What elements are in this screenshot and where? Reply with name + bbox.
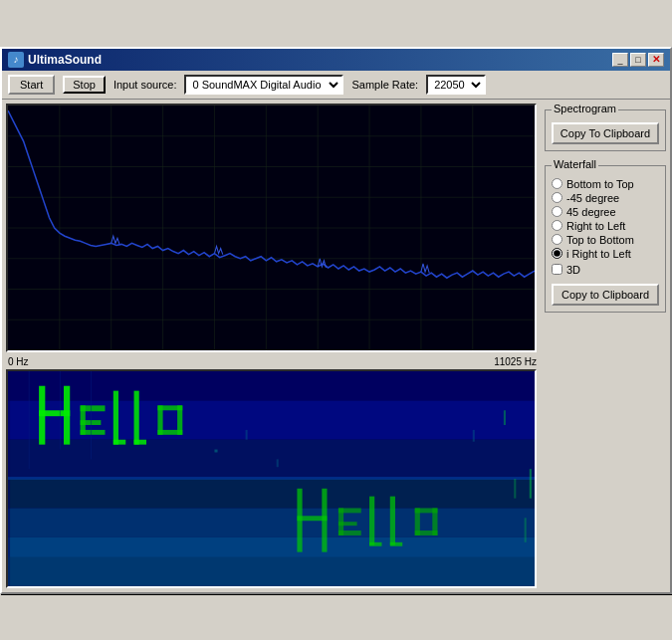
svg-rect-21 xyxy=(8,479,535,508)
svg-rect-50 xyxy=(369,496,374,544)
svg-rect-30 xyxy=(81,429,106,434)
radio-bottom-to-top[interactable]: Bottom to Top xyxy=(552,178,659,190)
start-button[interactable]: Start xyxy=(8,75,55,95)
sample-rate-label: Sample Rate: xyxy=(351,79,418,91)
waterfall-radio-group: Bottom to Top -45 degree 45 degree Right… xyxy=(552,178,659,260)
sample-rate-select[interactable]: 22050 xyxy=(426,75,486,95)
svg-rect-64 xyxy=(504,410,506,425)
svg-rect-45 xyxy=(297,516,327,521)
svg-rect-61 xyxy=(246,429,248,439)
svg-rect-51 xyxy=(369,541,381,545)
radio-top-to-bottom[interactable]: Top to Bottom xyxy=(552,234,659,246)
svg-rect-67 xyxy=(530,469,532,498)
svg-rect-52 xyxy=(390,496,395,544)
svg-rect-62 xyxy=(277,459,279,467)
title-controls: _ □ ✕ xyxy=(612,53,664,67)
svg-rect-26 xyxy=(39,410,70,416)
maximize-button[interactable]: □ xyxy=(630,53,646,67)
svg-rect-20 xyxy=(8,439,535,478)
svg-rect-38 xyxy=(177,405,182,434)
window-title: UltimaSound xyxy=(28,53,102,67)
svg-rect-22 xyxy=(8,508,535,536)
checkbox-3d[interactable]: 3D xyxy=(552,264,659,276)
svg-rect-56 xyxy=(415,508,420,534)
title-bar: ♪ UltimaSound _ □ ✕ xyxy=(2,49,670,71)
svg-rect-32 xyxy=(113,439,125,444)
content-area: 0 Hz 11025 Hz xyxy=(2,100,670,592)
stop-button[interactable]: Stop xyxy=(63,76,106,94)
svg-rect-49 xyxy=(338,531,361,535)
input-source-label: Input source: xyxy=(113,79,177,91)
left-panel: 0 Hz 11025 Hz xyxy=(2,100,541,592)
waterfall-group: Waterfall Bottom to Top -45 degree 45 de… xyxy=(545,165,666,313)
sample-rate-wrapper: 22050 xyxy=(426,75,486,95)
copy-to-clipboard-button[interactable]: Copy To Clipboard xyxy=(552,122,659,144)
input-source-select[interactable]: 0 SoundMAX Digital Audio xyxy=(184,75,343,95)
copy-clipboard-button[interactable]: Copy to Clipboard xyxy=(552,284,659,306)
title-bar-left: ♪ UltimaSound xyxy=(8,52,102,68)
svg-rect-34 xyxy=(134,439,146,444)
svg-rect-31 xyxy=(113,390,118,444)
svg-rect-60 xyxy=(214,449,217,452)
svg-rect-53 xyxy=(390,541,402,545)
minimize-button[interactable]: _ xyxy=(612,53,628,67)
spectrogram-display xyxy=(6,104,537,352)
waterfall-group-label: Waterfall xyxy=(552,158,598,170)
main-window: ♪ UltimaSound _ □ ✕ Start Stop Input sou… xyxy=(0,47,672,594)
svg-rect-40 xyxy=(29,371,30,469)
freq-labels: 0 Hz 11025 Hz xyxy=(2,356,541,369)
svg-rect-37 xyxy=(157,405,162,434)
svg-rect-66 xyxy=(525,518,527,542)
svg-rect-42 xyxy=(91,371,92,459)
radio-right-to-left[interactable]: Right to Left xyxy=(552,220,659,232)
radio-i-right-to-left[interactable]: i Right to Left xyxy=(552,248,659,260)
svg-rect-65 xyxy=(514,479,516,499)
toolbar: Start Stop Input source: 0 SoundMAX Digi… xyxy=(2,71,670,100)
svg-rect-58 xyxy=(8,477,535,480)
svg-rect-48 xyxy=(338,522,357,526)
svg-rect-33 xyxy=(134,390,139,444)
freq-high-label: 11025 Hz xyxy=(494,356,537,367)
app-icon: ♪ xyxy=(8,52,24,68)
radio-minus45[interactable]: -45 degree xyxy=(552,192,659,204)
svg-rect-18 xyxy=(8,371,535,400)
svg-rect-63 xyxy=(473,429,475,441)
svg-rect-57 xyxy=(432,508,437,534)
input-source-wrapper: 0 SoundMAX Digital Audio xyxy=(184,75,343,95)
close-button[interactable]: ✕ xyxy=(648,53,664,67)
radio-plus45[interactable]: 45 degree xyxy=(552,206,659,218)
freq-low-label: 0 Hz xyxy=(8,356,29,367)
spectrogram-group: Spectrogram Copy To Clipboard xyxy=(545,109,666,151)
svg-rect-59 xyxy=(8,556,535,585)
right-panel: Spectrogram Copy To Clipboard Waterfall … xyxy=(541,100,670,592)
svg-rect-41 xyxy=(60,371,61,450)
waterfall-display xyxy=(6,369,537,588)
spectrogram-group-label: Spectrogram xyxy=(552,103,618,114)
